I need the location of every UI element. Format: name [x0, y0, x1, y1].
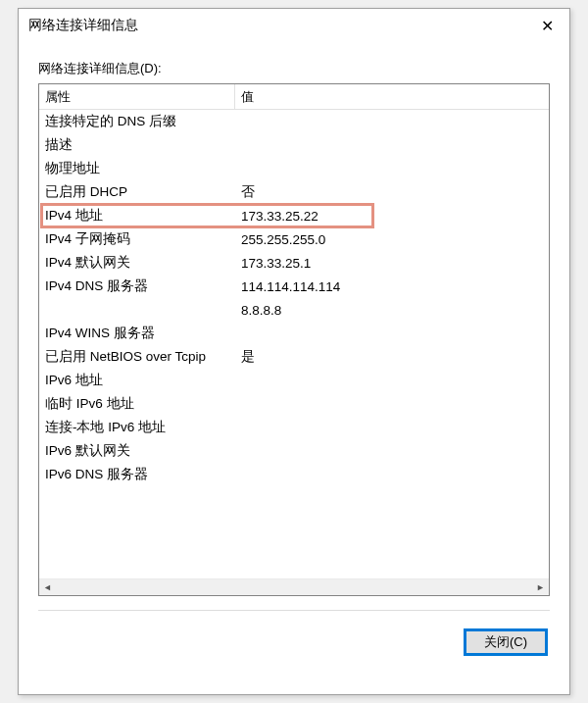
- horizontal-scrollbar[interactable]: ◄ ►: [39, 578, 549, 595]
- scroll-left-icon[interactable]: ◄: [39, 579, 56, 595]
- titlebar: 网络连接详细信息 ✕: [19, 9, 569, 42]
- table-row[interactable]: 8.8.8.8: [39, 298, 549, 322]
- table-row[interactable]: IPv6 地址: [39, 369, 549, 392]
- section-label: 网络连接详细信息(D):: [38, 60, 550, 77]
- table-row[interactable]: 已启用 NetBIOS over Tcpip是: [39, 345, 549, 369]
- value-cell: 114.114.114.114: [235, 279, 549, 294]
- scroll-right-icon[interactable]: ►: [532, 579, 549, 595]
- network-details-dialog: 网络连接详细信息 ✕ 网络连接详细信息(D): 属性 值 连接特定的 DNS 后…: [18, 8, 570, 695]
- details-listview[interactable]: 属性 值 连接特定的 DNS 后缀描述物理地址已启用 DHCP否IPv4 地址1…: [38, 83, 550, 596]
- content-area: 网络连接详细信息(D): 属性 值 连接特定的 DNS 后缀描述物理地址已启用 …: [19, 42, 569, 596]
- value-cell: 否: [235, 183, 549, 201]
- table-row[interactable]: 连接-本地 IPv6 地址: [39, 416, 549, 439]
- property-cell: IPv4 地址: [39, 207, 235, 225]
- property-cell: IPv6 默认网关: [39, 442, 235, 460]
- table-row[interactable]: IPv4 默认网关173.33.25.1: [39, 251, 549, 275]
- listview-header: 属性 值: [39, 84, 549, 110]
- value-cell: 173.33.25.22: [235, 209, 549, 224]
- close-icon[interactable]: ✕: [524, 9, 569, 42]
- footer: 关闭(C): [19, 611, 569, 656]
- listview-rows: 连接特定的 DNS 后缀描述物理地址已启用 DHCP否IPv4 地址173.33…: [39, 110, 549, 578]
- column-header-property[interactable]: 属性: [39, 84, 235, 109]
- property-cell: 连接特定的 DNS 后缀: [39, 113, 235, 130]
- table-row[interactable]: 临时 IPv6 地址: [39, 392, 549, 416]
- property-cell: 描述: [39, 136, 235, 154]
- dialog-title: 网络连接详细信息: [28, 17, 138, 34]
- property-cell: IPv4 默认网关: [39, 254, 235, 272]
- property-cell: IPv6 地址: [39, 372, 235, 389]
- table-row[interactable]: 连接特定的 DNS 后缀: [39, 110, 549, 133]
- table-row[interactable]: IPv4 地址173.33.25.22: [39, 204, 549, 227]
- property-cell: IPv4 WINS 服务器: [39, 325, 235, 342]
- table-row[interactable]: IPv4 DNS 服务器114.114.114.114: [39, 275, 549, 298]
- table-row[interactable]: 已启用 DHCP否: [39, 180, 549, 204]
- property-cell: 已启用 NetBIOS over Tcpip: [39, 348, 235, 366]
- close-button[interactable]: 关闭(C): [464, 628, 548, 656]
- table-row[interactable]: IPv4 子网掩码255.255.255.0: [39, 227, 549, 251]
- table-row[interactable]: IPv4 WINS 服务器: [39, 322, 549, 345]
- property-cell: 连接-本地 IPv6 地址: [39, 419, 235, 436]
- value-cell: 255.255.255.0: [235, 232, 549, 247]
- property-cell: IPv4 子网掩码: [39, 230, 235, 248]
- value-cell: 是: [235, 348, 549, 366]
- table-row[interactable]: IPv6 默认网关: [39, 439, 549, 463]
- value-cell: 8.8.8.8: [235, 303, 549, 318]
- property-cell: IPv6 DNS 服务器: [39, 466, 235, 483]
- table-row[interactable]: 物理地址: [39, 157, 549, 180]
- value-cell: 173.33.25.1: [235, 256, 549, 271]
- scroll-track[interactable]: [56, 579, 532, 595]
- table-row[interactable]: 描述: [39, 133, 549, 157]
- property-cell: IPv4 DNS 服务器: [39, 277, 235, 295]
- property-cell: 临时 IPv6 地址: [39, 395, 235, 413]
- property-cell: 物理地址: [39, 160, 235, 177]
- property-cell: 已启用 DHCP: [39, 183, 235, 201]
- column-header-value[interactable]: 值: [235, 84, 549, 109]
- table-row[interactable]: IPv6 DNS 服务器: [39, 463, 549, 486]
